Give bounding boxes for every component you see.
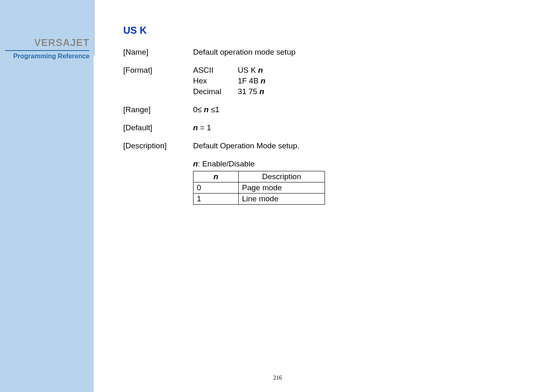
fmt-hex: Hex xyxy=(193,76,221,85)
value-range: 0≤ n ≤1 xyxy=(193,105,452,114)
row-name: [Name] Default operation mode setup xyxy=(123,48,452,57)
value-name: Default operation mode setup xyxy=(193,48,452,57)
format-col-value: US K n 1F 4B n 31 75 n xyxy=(238,66,266,96)
row-description: [Description] Default Operation Mode set… xyxy=(123,141,452,150)
value-format: ASCII Hex Decimal US K n 1F 4B n 31 75 n xyxy=(193,66,452,96)
brand-name: VERSAJET xyxy=(0,37,90,48)
enable-table: n Description 0 Page mode 1 Line mode xyxy=(193,171,325,205)
fmt-decimal: Decimal xyxy=(193,87,221,96)
row-range: [Range] 0≤ n ≤1 xyxy=(123,105,452,114)
label-default: [Default] xyxy=(123,123,193,132)
label-format: [Format] xyxy=(123,66,193,96)
row-default: [Default] n = 1 xyxy=(123,123,452,132)
page-number: 216 xyxy=(273,375,282,381)
row-format: [Format] ASCII Hex Decimal US K n 1F 4B … xyxy=(123,66,452,96)
vertical-divider xyxy=(94,0,94,56)
label-name: [Name] xyxy=(123,48,193,57)
table-row: 1 Line mode xyxy=(193,194,325,205)
fmt-hex-val: 1F 4B n xyxy=(238,76,266,85)
value-default: n = 1 xyxy=(193,123,452,132)
fmt-decimal-val: 31 75 n xyxy=(238,87,266,96)
sidebar-subtitle: Programming Reference xyxy=(0,53,90,60)
format-col-type: ASCII Hex Decimal xyxy=(193,66,221,96)
command-title: US K xyxy=(123,25,452,36)
fmt-ascii-val: US K n xyxy=(238,66,266,75)
label-description: [Description] xyxy=(123,141,193,150)
table-row: 0 Page mode xyxy=(193,182,325,194)
cell-desc: Line mode xyxy=(239,194,325,205)
cell-n: 0 xyxy=(193,182,239,194)
value-description: Default Operation Mode setup. xyxy=(193,141,452,150)
fmt-ascii: ASCII xyxy=(193,66,221,75)
table-head-row: n Description xyxy=(193,171,325,182)
col-description: Description xyxy=(239,171,325,182)
col-n: n xyxy=(193,171,239,182)
label-range: [Range] xyxy=(123,105,193,114)
brand-underline xyxy=(5,50,90,51)
page: VERSAJET Programming Reference US K [Nam… xyxy=(0,0,555,392)
content-area: US K [Name] Default operation mode setup… xyxy=(123,25,452,205)
sidebar: VERSAJET Programming Reference xyxy=(0,0,94,392)
cell-desc: Page mode xyxy=(239,182,325,194)
cell-n: 1 xyxy=(193,194,239,205)
table-caption: n: Enable/Disable xyxy=(193,159,452,168)
